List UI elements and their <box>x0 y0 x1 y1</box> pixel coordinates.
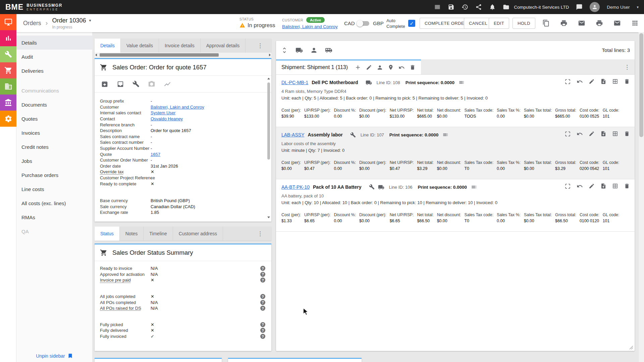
sidebar-item-documents[interactable]: Documents <box>16 98 93 112</box>
window-scrollbar[interactable] <box>638 32 644 362</box>
edit-line-icon[interactable] <box>589 183 595 189</box>
sidebar-item-details[interactable]: Details <box>16 36 93 50</box>
scrollbar-thumb[interactable] <box>267 82 270 160</box>
notifications-icon[interactable] <box>489 4 496 10</box>
help-icon[interactable]: ? <box>260 266 265 271</box>
edit-line-icon[interactable] <box>589 131 595 137</box>
tab-customer-address[interactable]: Customer address <box>173 227 223 241</box>
help-icon[interactable]: ? <box>260 300 265 305</box>
focus-icon[interactable] <box>565 183 571 189</box>
customer-icon[interactable] <box>377 64 383 71</box>
sidebar-item-quotes[interactable]: Quotes <box>16 112 93 126</box>
undo-icon[interactable] <box>577 131 583 137</box>
currency-toggle[interactable] <box>357 21 369 26</box>
scroll-right-arrow[interactable] <box>269 54 271 56</box>
unpin-sidebar-button[interactable]: Unpin sidebar <box>16 353 93 359</box>
customer-link[interactable]: Balistreri, Lakin and Conroy <box>282 24 338 29</box>
auto-complete-checkbox[interactable]: ✓ <box>408 20 415 27</box>
company-folder-icon[interactable] <box>503 4 509 10</box>
breadcrumb-orders[interactable]: Orders <box>23 20 41 27</box>
forklift-icon[interactable] <box>296 47 303 54</box>
email-alt-icon[interactable] <box>613 19 621 27</box>
help-icon[interactable]: ? <box>260 306 265 311</box>
cancel-button[interactable]: CANCEL <box>464 18 492 29</box>
order-menu-caret-icon[interactable]: ▾ <box>89 18 91 23</box>
address-pin-icon[interactable] <box>388 64 394 70</box>
hold-button[interactable]: HOLD <box>513 18 535 29</box>
scrollbar-thumb[interactable] <box>639 33 643 137</box>
tab-notes[interactable]: Notes <box>120 227 144 241</box>
copy-icon[interactable] <box>542 19 550 27</box>
build-icon[interactable] <box>132 80 140 87</box>
settings-module-button[interactable] <box>0 111 16 127</box>
porter-icon[interactable] <box>310 47 318 54</box>
delete-line-icon[interactable] <box>624 183 630 189</box>
sidebar-item-rmas[interactable]: RMAs <box>16 210 93 224</box>
undo-icon[interactable] <box>398 64 405 71</box>
customer-field-link[interactable]: Balistreri, Lakin and Conroy <box>151 105 204 110</box>
finance-module-button[interactable] <box>0 95 16 111</box>
add-document-icon[interactable] <box>600 131 606 137</box>
sidebar-item-deliveries[interactable]: Deliveries <box>16 64 93 78</box>
sequence-list-icon[interactable] <box>471 184 477 190</box>
delete-line-icon[interactable] <box>624 78 630 84</box>
devices-module-button[interactable] <box>0 14 16 30</box>
order-line-106[interactable]: AA-BT-PK-10 Pack of 10 AA Battery Line I… <box>276 179 635 232</box>
delete-shipment-icon[interactable] <box>410 64 416 70</box>
item-code-link[interactable]: DL-PC-MB-1 <box>281 80 308 85</box>
columns-icon[interactable] <box>612 183 618 189</box>
tab-value-details[interactable]: Value details <box>121 39 159 53</box>
service-module-button[interactable] <box>0 46 16 62</box>
share-icon[interactable] <box>475 4 482 10</box>
shipment-tab[interactable]: Shipment: Shipment 1 (113) <box>276 60 421 74</box>
details-vertical-scrollbar[interactable] <box>266 77 271 219</box>
apps-grid-icon[interactable] <box>631 19 639 27</box>
sidebar-item-jobs[interactable]: Jobs <box>16 154 93 168</box>
scrollbar-thumb[interactable] <box>100 53 219 57</box>
delivery-van-icon[interactable] <box>325 47 332 54</box>
app-logo[interactable]: BME BUSINESSMGR ENTERPRISE <box>5 3 62 12</box>
add-document-icon[interactable] <box>600 183 606 189</box>
sequence-list-icon[interactable] <box>442 132 448 138</box>
scroll-down-arrow[interactable] <box>267 217 270 218</box>
help-icon[interactable]: ? <box>260 328 265 333</box>
goods-out-icon[interactable] <box>117 80 124 88</box>
goods-in-icon[interactable] <box>101 80 108 88</box>
item-code-link[interactable]: LAB-ASSY <box>281 132 304 137</box>
unfold-icon[interactable] <box>281 47 288 54</box>
focus-icon[interactable] <box>565 131 571 137</box>
shipment-kebab-icon[interactable]: ⋮ <box>624 60 630 75</box>
company-name[interactable]: Computech-it Services LTD <box>514 5 569 10</box>
sequence-list-icon[interactable] <box>459 79 465 85</box>
focus-icon[interactable] <box>565 78 571 85</box>
activity-log-icon[interactable] <box>434 4 441 10</box>
help-icon[interactable]: ? <box>260 278 265 283</box>
tab-invoice-details[interactable]: Invoice details <box>159 39 201 53</box>
sidebar-item-line-costs[interactable]: Line costs <box>16 182 93 196</box>
avatar[interactable] <box>590 2 600 12</box>
company-module-button[interactable] <box>0 78 16 95</box>
sidebar-item-credit-notes[interactable]: Credit notes <box>16 140 93 154</box>
order-line-107[interactable]: LAB-ASSY Assembly labor Line ID: 107 Pri… <box>276 127 635 179</box>
email-icon[interactable] <box>578 19 585 27</box>
user-menu-caret-icon[interactable]: ▾ <box>637 5 639 9</box>
contact-link[interactable]: Osvaldo Heaney <box>151 116 183 121</box>
help-icon[interactable]: ? <box>260 334 265 339</box>
edit-line-icon[interactable] <box>589 78 595 84</box>
tabbar-kebab-icon[interactable]: ⋮ <box>257 227 263 241</box>
chat-icon[interactable] <box>576 4 583 10</box>
print-alt-icon[interactable] <box>596 19 603 27</box>
help-icon[interactable]: ? <box>260 272 265 277</box>
user-name[interactable]: Demo User <box>607 5 630 10</box>
edit-shipment-icon[interactable] <box>366 64 372 70</box>
history-icon[interactable] <box>462 4 468 10</box>
sidebar-item-audit[interactable]: Audit <box>16 50 93 64</box>
undo-icon[interactable] <box>577 183 583 189</box>
item-code-link[interactable]: AA-BT-PK-10 <box>281 184 310 190</box>
tabbar-kebab-icon[interactable]: ⋮ <box>257 39 263 53</box>
order-line-108[interactable]: DL-PC-MB-1 Dell PC Motherboard Line ID: … <box>276 75 635 127</box>
delete-line-icon[interactable] <box>624 131 630 137</box>
activity-chart-icon[interactable] <box>164 80 171 88</box>
sidebar-item-all-costs[interactable]: All costs (exc. lines) <box>16 196 93 210</box>
sales-contact-link[interactable]: System User <box>151 110 175 115</box>
